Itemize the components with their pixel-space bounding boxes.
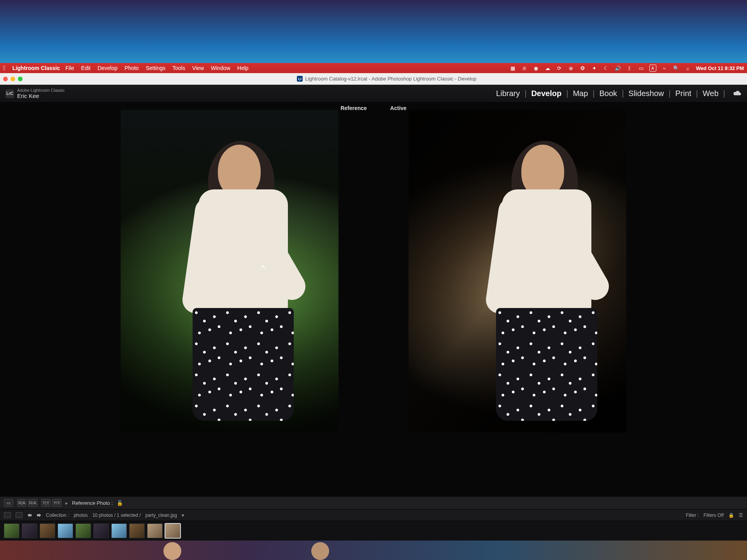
module-separator: | bbox=[524, 89, 526, 98]
before-after-h-button[interactable]: Y|Y bbox=[41, 499, 51, 507]
menu-help[interactable]: Help bbox=[237, 65, 249, 71]
filter-lock-icon[interactable]: 🔒 bbox=[728, 513, 734, 518]
collection-name[interactable]: photos bbox=[74, 513, 88, 518]
tray-app-icon[interactable]: ▦ bbox=[509, 65, 516, 72]
selected-file: party_clean.jpg bbox=[146, 513, 177, 518]
app-name[interactable]: Lightroom Classic bbox=[12, 65, 60, 71]
menu-file[interactable]: File bbox=[65, 65, 74, 71]
module-picker: Library | Develop | Map | Book | Slidesh… bbox=[496, 89, 742, 98]
module-separator: | bbox=[593, 89, 594, 98]
tray-sync-icon[interactable]: ⟳ bbox=[556, 65, 563, 72]
tray-input-icon[interactable]: A bbox=[649, 65, 656, 72]
lock-icon[interactable]: 🔓 bbox=[117, 500, 123, 506]
lightroom-app-icon: Lr bbox=[297, 76, 303, 82]
filter-menu-icon[interactable]: ☰ bbox=[739, 513, 743, 518]
identity-plate[interactable]: LrC Adobe Lightroom Classic Eric Kee bbox=[5, 88, 65, 99]
second-monitor-button[interactable] bbox=[4, 512, 11, 518]
tray-bluetooth-icon[interactable]: ᛒ bbox=[626, 65, 633, 72]
grid-view-button[interactable] bbox=[16, 512, 23, 518]
photo-subject bbox=[498, 145, 615, 417]
tray-globe-icon[interactable]: ⊕ bbox=[568, 65, 575, 72]
module-map[interactable]: Map bbox=[573, 89, 588, 98]
path-dropdown-icon[interactable]: ▾ bbox=[182, 513, 184, 518]
tray-cc-icon[interactable]: ☁ bbox=[544, 65, 551, 72]
module-web[interactable]: Web bbox=[703, 89, 719, 98]
window-minimize-button[interactable] bbox=[11, 77, 15, 81]
ref-horizontal-button[interactable]: R|A bbox=[17, 499, 26, 507]
filmstrip-thumbnails[interactable] bbox=[0, 521, 747, 541]
menu-settings[interactable]: Settings bbox=[146, 65, 166, 71]
module-separator: | bbox=[723, 89, 725, 98]
reference-view[interactable]: Reference Active ↖ bbox=[0, 103, 747, 496]
active-label: Active bbox=[390, 105, 407, 111]
module-separator: | bbox=[696, 89, 698, 98]
before-after-v-button[interactable]: Y/Y bbox=[52, 499, 61, 507]
loupe-view-button[interactable]: ▭ bbox=[4, 499, 13, 507]
tray-battery-icon[interactable]: ▭ bbox=[638, 65, 645, 72]
identity-product: Adobe Lightroom Classic bbox=[17, 88, 65, 93]
menu-photo[interactable]: Photo bbox=[124, 65, 139, 71]
menu-edit[interactable]: Edit bbox=[81, 65, 91, 71]
filter-state[interactable]: Filters Off bbox=[703, 513, 724, 518]
compare-labels: Reference Active bbox=[0, 105, 747, 111]
menu-develop[interactable]: Develop bbox=[98, 65, 117, 71]
filmstrip-info-bar: 🡄 🡆 Collection : photos 10 photos / 1 se… bbox=[0, 509, 747, 521]
thumbnail[interactable] bbox=[93, 523, 109, 538]
window-maximize-button[interactable] bbox=[18, 77, 23, 81]
ref-vertical-button[interactable]: R/A bbox=[28, 499, 37, 507]
tray-display-icon[interactable]: ⎚ bbox=[521, 65, 528, 72]
tray-search-icon[interactable]: 🔍 bbox=[673, 65, 680, 72]
module-separator: | bbox=[566, 89, 568, 98]
nav-prev-button[interactable]: 🡄 bbox=[27, 513, 32, 518]
tray-datetime[interactable]: Wed Oct 11 8:32 PM bbox=[696, 65, 744, 71]
count-text: 10 photos / 1 selected / bbox=[92, 513, 140, 518]
thumbnail[interactable] bbox=[22, 523, 37, 538]
window-close-button[interactable] bbox=[3, 77, 8, 81]
module-separator: | bbox=[669, 89, 671, 98]
module-develop[interactable]: Develop bbox=[531, 89, 561, 98]
window-title-text: Lightroom Catalog-v12.lrcat - Adobe Phot… bbox=[305, 76, 476, 82]
tray-control-center-icon[interactable]: ⌕ bbox=[684, 65, 691, 72]
menu-view[interactable]: View bbox=[192, 65, 204, 71]
thumbnail[interactable] bbox=[111, 523, 127, 538]
reference-photo-label: Reference Photo : bbox=[72, 500, 113, 506]
tray-volume-icon[interactable]: 🔊 bbox=[614, 65, 621, 72]
lightroom-app: LrC Adobe Lightroom Classic Eric Kee Lib… bbox=[0, 85, 747, 560]
window-titlebar: Lr Lightroom Catalog-v12.lrcat - Adobe P… bbox=[0, 73, 747, 85]
thumbnail[interactable] bbox=[40, 523, 55, 538]
apple-menu-icon[interactable]:  bbox=[3, 65, 5, 72]
filter-label: Filter : bbox=[686, 513, 699, 518]
background-window-strip bbox=[0, 541, 747, 560]
mac-menubar:  Lightroom Classic File Edit Develop Ph… bbox=[0, 63, 747, 73]
module-library[interactable]: Library bbox=[496, 89, 520, 98]
menu-window[interactable]: Window bbox=[211, 65, 230, 71]
module-print[interactable]: Print bbox=[675, 89, 691, 98]
menu-tray: ▦ ⎚ ◉ ☁ ⟳ ⊕ ❂ ✦ ☾ 🔊 ᛒ ▭ A ⧜ 🔍 ⌕ Wed Oct … bbox=[509, 65, 744, 72]
thumbnail-selected[interactable] bbox=[165, 523, 181, 538]
thumbnail[interactable] bbox=[4, 523, 19, 538]
thumbnail[interactable] bbox=[129, 523, 145, 538]
lr-top-bar: LrC Adobe Lightroom Classic Eric Kee Lib… bbox=[0, 85, 747, 103]
tray-star-icon[interactable]: ✦ bbox=[591, 65, 598, 72]
thumbnail[interactable] bbox=[75, 523, 91, 538]
develop-toolbar: ▭ R|A R/A Y|Y Y/Y ▸ Reference Photo : 🔓 bbox=[0, 496, 747, 509]
identity-name: Eric Kee bbox=[17, 93, 65, 99]
window-title: Lr Lightroom Catalog-v12.lrcat - Adobe P… bbox=[297, 76, 476, 82]
menu-tools[interactable]: Tools bbox=[172, 65, 185, 71]
thumbnail[interactable] bbox=[147, 523, 163, 538]
lr-badge-icon: LrC bbox=[5, 89, 14, 98]
tray-wifi-icon[interactable]: ⧜ bbox=[661, 65, 668, 72]
module-slideshow[interactable]: Slideshow bbox=[628, 89, 664, 98]
tray-moon-icon[interactable]: ☾ bbox=[603, 65, 610, 72]
module-book[interactable]: Book bbox=[600, 89, 617, 98]
nav-next-button[interactable]: 🡆 bbox=[37, 513, 41, 518]
cursor-icon: ↖ bbox=[261, 263, 267, 271]
active-photo[interactable] bbox=[409, 110, 626, 432]
thumbnail[interactable] bbox=[58, 523, 73, 538]
tray-settings-icon[interactable]: ❂ bbox=[579, 65, 586, 72]
tray-record-icon[interactable]: ◉ bbox=[533, 65, 540, 72]
cloud-sync-icon[interactable] bbox=[733, 89, 742, 98]
photo-subject bbox=[195, 145, 311, 417]
reference-photo[interactable] bbox=[121, 110, 338, 432]
collection-prefix: Collection : bbox=[46, 513, 69, 518]
